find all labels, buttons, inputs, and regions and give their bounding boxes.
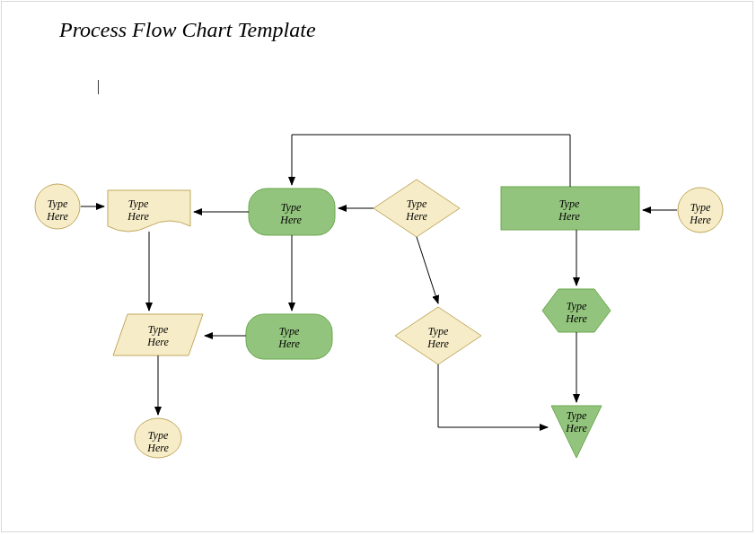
decision-bottom (395, 307, 481, 364)
terminator-right (678, 188, 723, 232)
data-parallelogram (113, 314, 203, 355)
merge-triangle (551, 406, 602, 458)
page: Process Flow Chart Template | (1, 1, 753, 532)
arrow-diatop-down-diabot (417, 237, 438, 303)
terminator-left (35, 184, 80, 229)
process-rect-top (501, 187, 639, 230)
arrow-rect-elbow-rrtop (292, 135, 570, 187)
decision-top (374, 180, 460, 237)
flowchart-canvas (2, 2, 754, 533)
rounded-rect-bottom (246, 314, 332, 359)
terminator-bottom (135, 418, 181, 458)
document-shape (108, 190, 190, 232)
arrow-diabot-elbow-tri (438, 364, 548, 427)
rounded-rect-top (249, 189, 335, 235)
preparation-hexagon (542, 289, 611, 332)
arrows-group (81, 135, 677, 427)
